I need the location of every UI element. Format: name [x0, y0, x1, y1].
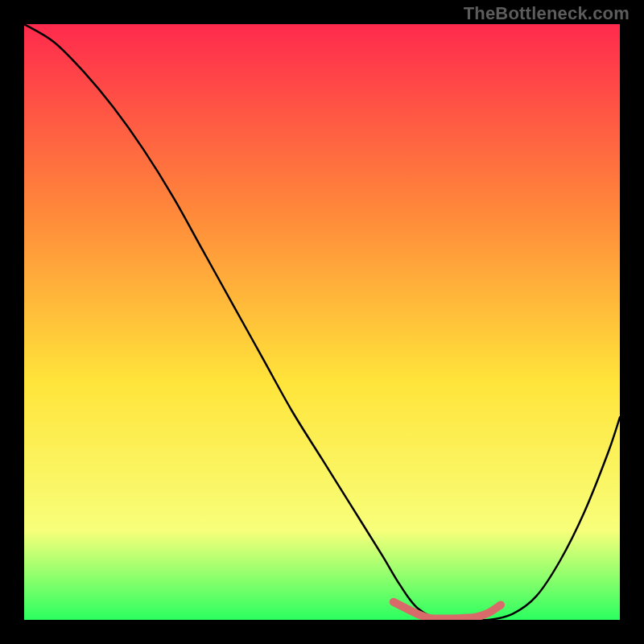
gradient-background — [24, 24, 620, 620]
chart-svg — [24, 24, 620, 620]
watermark-text: TheBottleneck.com — [464, 3, 630, 24]
plot-area — [24, 24, 620, 620]
chart-container: TheBottleneck.com — [0, 0, 644, 644]
